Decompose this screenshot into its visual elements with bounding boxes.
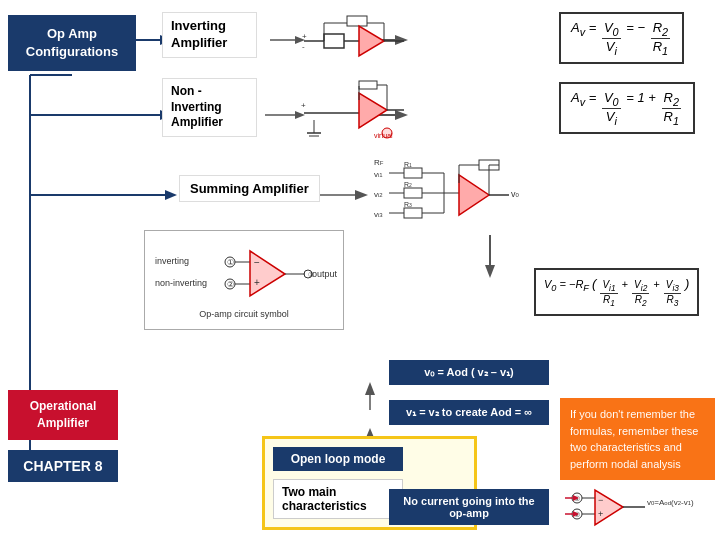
two-main-label: Two main characteristics — [282, 485, 367, 513]
char1-box: v₁ = v₂ to create Aod = ∞ — [389, 400, 549, 425]
char1-label: v₁ = v₂ to create Aod = ∞ — [406, 406, 532, 418]
svg-text:RF: RF — [374, 158, 384, 167]
open-loop-box: Open loop mode — [273, 447, 403, 471]
op-amp-config-box: Op Amp Configurations — [8, 15, 136, 71]
svg-text:+: + — [598, 509, 603, 519]
summing-topic-box: Summing Amplifier — [179, 175, 320, 202]
char2-box: No current going into the op-amp — [389, 489, 549, 525]
inverting-row: Inverting Amplifier — [162, 12, 257, 58]
reminder-text: If you don't remember the formulas, reme… — [570, 408, 698, 470]
two-main-box: Two main characteristics — [273, 479, 403, 519]
reminder-box: If you don't remember the formulas, reme… — [560, 398, 715, 480]
inverting-formula: Av = V0 Vi = − R2 R1 — [571, 20, 672, 56]
svg-text:-: - — [302, 42, 305, 51]
svg-text:+: + — [301, 101, 306, 110]
svg-marker-36 — [359, 26, 384, 56]
operational-amplifier-label: Operational Amplifier — [30, 399, 97, 430]
svg-text:R1: R1 — [404, 161, 412, 168]
svg-marker-42 — [359, 93, 387, 128]
opamp-circuit-symbol-svg: inverting non-inverting ① ② − + ③ output — [150, 236, 340, 311]
open-loop-label: Open loop mode — [291, 452, 386, 466]
svg-text:vi2: vi2 — [374, 190, 383, 199]
bottom-opamp-svg: ① ② − + v0=Aod(v2-v1) — [565, 480, 713, 532]
svg-text:vi3: vi3 — [374, 210, 383, 219]
svg-text:virtual: virtual — [374, 132, 393, 139]
chapter-box: CHAPTER 8 — [8, 450, 118, 482]
noninverting-formula-box: Av = V0 Vi = 1 + R2 R1 — [559, 82, 695, 134]
chapter-label: CHAPTER 8 — [23, 458, 102, 474]
inverting-circuit-svg: + - — [299, 11, 409, 71]
svg-text:②: ② — [227, 280, 234, 289]
svg-text:−: − — [254, 257, 260, 268]
svg-text:−: − — [598, 495, 603, 505]
svg-rect-60 — [404, 188, 422, 198]
v0-formula-box: v₀ = Aod ( v₂ – v₁) — [389, 360, 549, 385]
v0-formula: v₀ = Aod ( v₂ – v₁) — [424, 366, 514, 378]
svg-rect-56 — [404, 168, 422, 178]
svg-text:vi1: vi1 — [374, 170, 383, 179]
svg-marker-68 — [459, 175, 489, 215]
op-amp-config-label: Op Amp Configurations — [26, 26, 118, 59]
svg-text:output: output — [312, 269, 338, 279]
bottom-opamp-diagram: ① ② − + v0=Aod(v2-v1) — [565, 480, 715, 535]
noninverting-topic-box: Non - Inverting Amplifier — [162, 78, 257, 137]
svg-rect-30 — [324, 34, 344, 48]
opamp-symbol-box: inverting non-inverting ① ② − + ③ output… — [144, 230, 344, 330]
svg-text:+: + — [254, 277, 260, 288]
char2-label: No current going into the op-amp — [403, 495, 534, 519]
inverting-formula-box: Av = V0 Vi = − R2 R1 — [559, 12, 684, 64]
inverting-label: Inverting Amplifier — [171, 18, 227, 50]
summing-label: Summing Amplifier — [190, 181, 309, 196]
operational-amplifier-box: Operational Amplifier — [8, 390, 118, 440]
noninverting-symbol-label: non-inverting — [155, 278, 207, 288]
inverting-circuit: + - — [294, 8, 414, 73]
svg-text:v0: v0 — [511, 189, 520, 199]
summing-circuit: vi1 vi2 vi3 — [374, 155, 534, 245]
svg-rect-64 — [404, 208, 422, 218]
noninverting-circuit: + virtual — [294, 75, 414, 145]
svg-text:R3: R3 — [404, 201, 412, 208]
noninverting-row: Non - Inverting Amplifier — [162, 78, 257, 137]
inverting-topic-box: Inverting Amplifier — [162, 12, 257, 58]
noninverting-formula: Av = V0 Vi = 1 + R2 R1 — [571, 90, 683, 126]
svg-text:R2: R2 — [404, 181, 412, 188]
svg-rect-45 — [359, 81, 377, 89]
summing-circuit-svg: vi1 vi2 vi3 — [374, 155, 529, 245]
noninverting-label: Non - Inverting Amplifier — [171, 84, 223, 129]
svg-text:+: + — [302, 32, 307, 41]
noninverting-circuit-svg: + virtual — [299, 78, 409, 143]
svg-text:①: ① — [227, 258, 234, 267]
summing-formula: V0 = −RF ( Vi1 R1 + Vi2 R2 + Vi3 R3 ) — [544, 278, 689, 290]
inverting-symbol-label: inverting — [155, 256, 189, 266]
svg-rect-33 — [347, 16, 367, 26]
svg-text:v0=Aod(v2-v1): v0=Aod(v2-v1) — [647, 498, 694, 507]
summing-row: Summing Amplifier — [179, 175, 320, 202]
summing-formula-box: V0 = −RF ( Vi1 R1 + Vi2 R2 + Vi3 R3 ) — [534, 268, 699, 316]
